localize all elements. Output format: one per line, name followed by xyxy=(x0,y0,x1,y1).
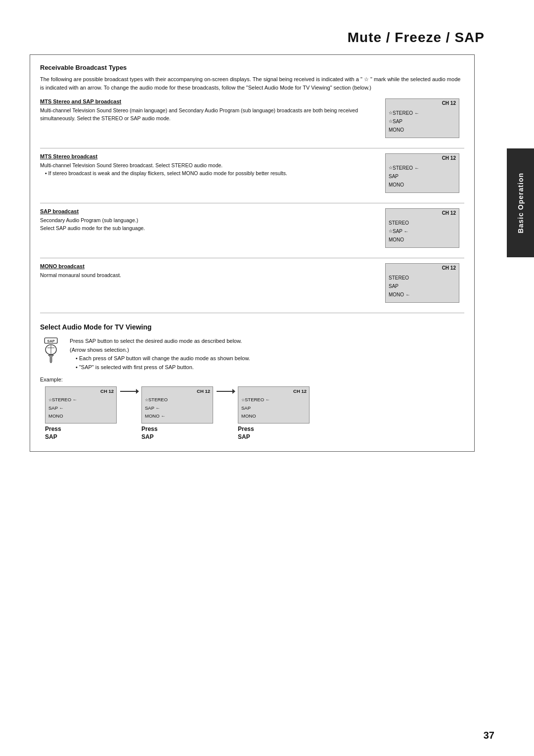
arrow-svg-1 xyxy=(119,386,139,396)
ex-stereo-3: ☆STEREO ← xyxy=(241,396,306,404)
ex-ch-label-1: CH 12 xyxy=(100,388,114,394)
svg-text:SAP: SAP xyxy=(47,339,55,343)
ex-stereo-2: ☆STEREO xyxy=(145,396,210,404)
broadcast-right-mono: CH 12 STEREO SAP MONO ← xyxy=(385,263,464,303)
press-sap-label-2: PressSAP xyxy=(141,425,158,441)
broadcast-text-sap: Secondary Audio Program (sub language.) … xyxy=(40,217,375,233)
svg-marker-6 xyxy=(136,389,139,394)
audio-options-sap: STEREO ☆SAP ← MONO xyxy=(389,219,456,244)
broadcast-left-sap: SAP broadcast Secondary Audio Program (s… xyxy=(40,208,385,233)
ex-mono-3: MONO xyxy=(241,412,306,420)
audio-option-sap3: ☆SAP ← xyxy=(389,227,456,236)
broadcast-row-sap: SAP broadcast Secondary Audio Program (s… xyxy=(40,208,464,252)
ex-sap-2: SAP ← xyxy=(145,404,210,412)
divider-4 xyxy=(40,313,464,313)
arrow-1 xyxy=(117,386,141,406)
example-box-2-wrapper: CH 12 ☆STEREO SAP ← MONO ← PressSAP xyxy=(141,386,213,441)
receivable-section-title: Receivable Broadcast Types xyxy=(40,64,464,71)
channel-box-mts-sap: CH 12 ☆STEREO ← ☆SAP MONO xyxy=(385,98,459,138)
ex-stereo-1: ☆STEREO ← xyxy=(48,396,113,404)
example-channel-box-1: CH 12 ☆STEREO ← SAP ← MONO xyxy=(45,386,117,424)
select-section-title: Select Audio Mode for TV Viewing xyxy=(40,323,464,331)
broadcast-row-mts-stereo: MTS Stereo broadcast Multi-channel Telev… xyxy=(40,153,464,197)
sap-instruction-text: Press SAP button to select the desired a… xyxy=(70,337,250,372)
broadcast-text-mono: Normal monaural sound broadcast. xyxy=(40,272,375,280)
example-channel-box-3: CH 12 ☆STEREO ← SAP MONO xyxy=(238,386,310,424)
audio-option-stereo2: ☆STEREO ← xyxy=(389,164,456,172)
divider-2 xyxy=(40,203,464,203)
audio-option-stereo: ☆STEREO ← xyxy=(389,109,456,117)
audio-option-stereo3: STEREO xyxy=(389,219,456,227)
page-number: 37 xyxy=(484,730,494,741)
ex-audio-options-1: ☆STEREO ← SAP ← MONO xyxy=(48,396,113,420)
arrow-svg-2 xyxy=(216,386,235,396)
broadcast-text-mts-stereo: Multi-channel Television Sound Stereo br… xyxy=(40,162,375,178)
ch-label-mono: CH 12 xyxy=(442,265,456,271)
broadcast-subtitle-mts-sap: MTS Stereo and SAP broadcast xyxy=(40,98,375,104)
broadcast-row-mono: MONO broadcast Normal monaural sound bro… xyxy=(40,263,464,307)
sap-main-instruction: Press SAP button to select the desired a… xyxy=(70,338,242,344)
broadcast-right-mts-stereo: CH 12 ☆STEREO ← SAP MONO xyxy=(385,153,464,193)
ex-sap-1: SAP ← xyxy=(48,404,113,412)
audio-option-sap2: SAP xyxy=(389,172,456,181)
audio-options-mts-sap: ☆STEREO ← ☆SAP MONO xyxy=(389,109,456,134)
channel-box-mts-stereo: CH 12 ☆STEREO ← SAP MONO xyxy=(385,153,459,193)
example-label: Example: xyxy=(40,377,464,382)
audio-option-mono2: MONO xyxy=(389,181,456,189)
broadcast-left-mono: MONO broadcast Normal monaural sound bro… xyxy=(40,263,385,280)
audio-option-mono4: MONO ← xyxy=(389,290,456,299)
ex-mono-2: MONO ← xyxy=(145,412,210,420)
broadcast-subtitle-sap: SAP broadcast xyxy=(40,208,375,214)
ch-label-sap: CH 12 xyxy=(442,210,456,216)
sidebar-tab: Basic Operation xyxy=(507,148,534,257)
divider-3 xyxy=(40,258,464,258)
broadcast-left-mts-sap: MTS Stereo and SAP broadcast Multi-chann… xyxy=(40,98,385,123)
example-channel-box-2: CH 12 ☆STEREO SAP ← MONO ← xyxy=(141,386,213,424)
svg-marker-8 xyxy=(232,389,235,394)
receivable-intro-text: The following are possible broadcast typ… xyxy=(40,75,464,92)
channel-box-mono: CH 12 STEREO SAP MONO ← xyxy=(385,263,459,303)
divider-1 xyxy=(40,148,464,148)
audio-option-stereo4: STEREO xyxy=(389,274,456,282)
ch-label-mts-stereo: CH 12 xyxy=(442,155,456,161)
sap-hand-svg: SAP xyxy=(40,337,62,364)
broadcast-text-mts-sap: Multi-channel Television Sound Stereo (m… xyxy=(40,107,375,123)
sap-instruction-row: SAP Press SAP button to select the desir… xyxy=(40,337,464,372)
sidebar-tab-text: Basic Operation xyxy=(517,173,525,233)
sap-bullet-1: • Each press of SAP button will change t… xyxy=(76,355,250,361)
ex-audio-options-3: ☆STEREO ← SAP MONO xyxy=(241,396,306,420)
main-content-box: Receivable Broadcast Types The following… xyxy=(30,54,475,452)
ex-sap-3: SAP xyxy=(241,404,306,412)
arrow-2 xyxy=(213,386,238,406)
broadcast-left-mts-stereo: MTS Stereo broadcast Multi-channel Telev… xyxy=(40,153,385,178)
audio-option-mono3: MONO xyxy=(389,236,456,244)
audio-options-mts-stereo: ☆STEREO ← SAP MONO xyxy=(389,164,456,189)
ex-ch-label-3: CH 12 xyxy=(293,388,307,394)
ch-label-mts-sap: CH 12 xyxy=(442,100,456,106)
sap-bullet-2: • "SAP" is selected with first press of … xyxy=(76,364,194,370)
example-box-1-wrapper: CH 12 ☆STEREO ← SAP ← MONO PressSAP xyxy=(45,386,117,441)
broadcast-right-sap: CH 12 STEREO ☆SAP ← MONO xyxy=(385,208,464,248)
example-box-3-wrapper: CH 12 ☆STEREO ← SAP MONO PressSAP xyxy=(238,386,310,441)
broadcast-row-mts-sap: MTS Stereo and SAP broadcast Multi-chann… xyxy=(40,98,464,142)
receivable-section: Receivable Broadcast Types The following… xyxy=(40,64,464,307)
sap-button-icon: SAP xyxy=(40,337,65,365)
sap-arrow-note: (Arrow shows selection.) xyxy=(70,347,129,353)
audio-option-sap: ☆SAP xyxy=(389,117,456,126)
example-container: CH 12 ☆STEREO ← SAP ← MONO PressSAP xyxy=(45,386,464,441)
audio-options-mono: STEREO SAP MONO ← xyxy=(389,274,456,299)
audio-option-mono: MONO xyxy=(389,126,456,134)
channel-box-sap: CH 12 STEREO ☆SAP ← MONO xyxy=(385,208,459,248)
ex-ch-label-2: CH 12 xyxy=(197,388,210,394)
page-title: Mute / Freeze / SAP xyxy=(30,30,504,46)
ex-mono-1: MONO xyxy=(48,412,113,420)
bullet-mts-stereo: • If stereo broadcast is weak and the di… xyxy=(45,170,287,176)
broadcast-subtitle-mono: MONO broadcast xyxy=(40,263,375,269)
select-section: Select Audio Mode for TV Viewing SAP xyxy=(40,323,464,441)
press-sap-label-1: PressSAP xyxy=(45,425,61,441)
press-sap-label-3: PressSAP xyxy=(238,425,254,441)
broadcast-right-mts-sap: CH 12 ☆STEREO ← ☆SAP MONO xyxy=(385,98,464,138)
page-wrapper: Mute / Freeze / SAP Receivable Broadcast… xyxy=(0,0,534,756)
audio-option-sap4: SAP xyxy=(389,282,456,290)
broadcast-subtitle-mts-stereo: MTS Stereo broadcast xyxy=(40,153,375,159)
